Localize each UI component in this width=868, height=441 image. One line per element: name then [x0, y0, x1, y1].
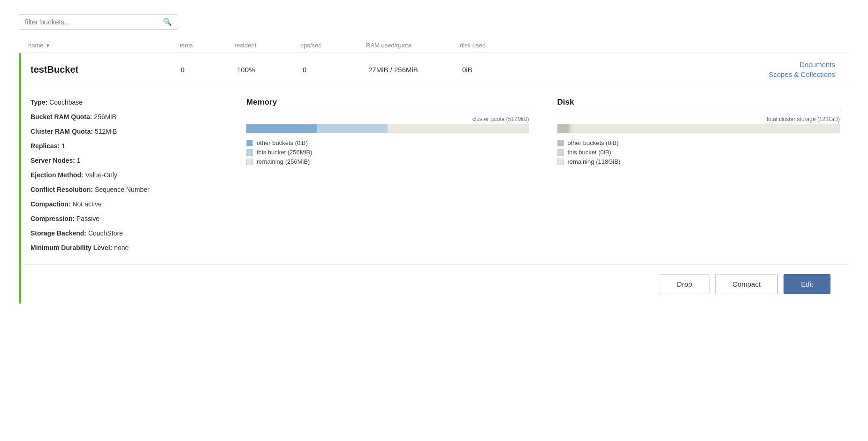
- replicas-value: 1: [61, 142, 65, 150]
- table-header: name ▼ items resident ops/sec RAM used/q…: [19, 38, 849, 53]
- type-value: Couchbase: [49, 99, 83, 106]
- memory-legend-other: other buckets (0iB): [246, 139, 529, 146]
- col-items: items: [178, 42, 235, 49]
- ejection-label: Ejection Method:: [30, 171, 84, 179]
- ejection-row: Ejection Method: Value-Only: [30, 170, 228, 180]
- filter-buckets-input[interactable]: [25, 18, 163, 26]
- drop-button[interactable]: Drop: [660, 274, 710, 294]
- disk-progress-bar: [557, 124, 840, 133]
- memory-legend-remaining: remaining (256MiB): [246, 158, 529, 165]
- disk-chart: Disk total cluster storage (123GiB) othe…: [557, 98, 840, 253]
- disk-legend-other: other buckets (0iB): [557, 139, 840, 146]
- disk-legend-remaining: remaining (118GiB): [557, 158, 840, 165]
- memory-chart-title: Memory: [246, 98, 529, 107]
- disk-chart-title: Disk: [557, 98, 840, 107]
- bucket-ram-label: Bucket RAM Quota:: [30, 113, 92, 121]
- compression-value: Passive: [76, 215, 99, 222]
- disk-swatch-remaining: [557, 159, 564, 165]
- conflict-label: Conflict Resolution:: [30, 186, 93, 193]
- buttons-row: Drop Compact Edit: [21, 264, 849, 304]
- filter-row: 🔍: [19, 14, 849, 30]
- search-icon: 🔍: [163, 17, 172, 26]
- type-label: Type:: [30, 99, 47, 106]
- conflict-value: Sequence Number: [95, 186, 150, 193]
- compact-button[interactable]: Compact: [715, 274, 778, 294]
- bucket-ram-used-quota: 27MiB / 256MiB: [368, 66, 462, 74]
- memory-legend-other-label: other buckets (0iB): [257, 139, 308, 146]
- compression-row: Compression: Passive: [30, 214, 228, 224]
- scopes-collections-link[interactable]: Scopes & Collections: [769, 70, 835, 78]
- disk-legend-this-label: this bucket (0iB): [568, 149, 611, 156]
- conflict-row: Conflict Resolution: Sequence Number: [30, 185, 228, 195]
- server-nodes-row: Server Nodes: 1: [30, 156, 228, 166]
- memory-progress-bar: [246, 124, 529, 133]
- durability-value: none: [114, 244, 129, 251]
- bucket-resident: 100%: [237, 66, 303, 74]
- memory-swatch-other: [246, 140, 253, 146]
- disk-legend-this: this bucket (0iB): [557, 149, 840, 156]
- replicas-label: Replicas:: [30, 142, 60, 150]
- durability-row: Minimum Durability Level: none: [30, 243, 228, 253]
- filter-input-wrap: 🔍: [19, 14, 178, 30]
- memory-chart: Memory cluster quota (512MiB) other buck…: [246, 98, 529, 253]
- disk-legend: other buckets (0iB) this bucket (0iB) re…: [557, 139, 840, 165]
- memory-swatch-this: [246, 149, 253, 156]
- bucket-links: Documents Scopes & Collections: [537, 61, 849, 78]
- col-resident: resident: [235, 42, 300, 49]
- detail-info: Type: Couchbase Bucket RAM Quota: 256MiB…: [30, 98, 228, 253]
- memory-bar-this: [317, 124, 388, 133]
- sort-arrow-icon: ▼: [46, 43, 51, 48]
- col-name[interactable]: name ▼: [28, 42, 178, 49]
- bucket-ops-sec: 0: [303, 66, 368, 74]
- storage-value: CouchStore: [88, 229, 123, 237]
- memory-legend-remaining-label: remaining (256MiB): [257, 158, 310, 165]
- bucket-detail: Type: Couchbase Bucket RAM Quota: 256MiB…: [21, 86, 849, 264]
- memory-legend-this: this bucket (256MiB): [246, 149, 529, 156]
- edit-button[interactable]: Edit: [784, 274, 830, 294]
- disk-legend-remaining-label: remaining (118GiB): [568, 158, 621, 165]
- memory-divider: [246, 111, 529, 111]
- server-nodes-label: Server Nodes:: [30, 157, 75, 164]
- bucket-container: testBucket 0 100% 0 27MiB / 256MiB 0iB D…: [19, 53, 849, 304]
- bucket-items: 0: [181, 66, 237, 74]
- compaction-label: Compaction:: [30, 200, 71, 208]
- disk-quota-label: total cluster storage (123GiB): [557, 116, 840, 122]
- disk-swatch-other: [557, 140, 564, 146]
- disk-bar-other: [557, 124, 569, 133]
- col-disk: disk used: [460, 42, 535, 49]
- col-actions: [535, 42, 849, 49]
- cluster-ram-value: 512MiB: [95, 128, 117, 135]
- cluster-ram-label: Cluster RAM Quota:: [30, 128, 93, 135]
- col-name-label: name: [28, 42, 44, 49]
- compaction-value: Not active: [72, 200, 101, 208]
- memory-legend: other buckets (0iB) this bucket (256MiB)…: [246, 139, 529, 165]
- bucket-name: testBucket: [30, 64, 181, 75]
- disk-bar-remaining: [571, 124, 840, 133]
- disk-swatch-this: [557, 149, 564, 156]
- col-ops-sec: ops/sec: [300, 42, 366, 49]
- bucket-ram-row: Bucket RAM Quota: 256MiB: [30, 112, 228, 122]
- type-row: Type: Couchbase: [30, 98, 228, 107]
- storage-label: Storage Backend:: [30, 229, 86, 237]
- memory-legend-this-label: this bucket (256MiB): [257, 149, 312, 156]
- memory-bar-remaining: [388, 124, 529, 133]
- col-ram: RAM used/quota: [366, 42, 460, 49]
- durability-label: Minimum Durability Level:: [30, 244, 112, 251]
- server-nodes-value: 1: [77, 157, 81, 164]
- memory-quota-label: cluster quota (512MiB): [246, 116, 529, 122]
- replicas-row: Replicas: 1: [30, 141, 228, 151]
- charts-area: Memory cluster quota (512MiB) other buck…: [228, 98, 840, 253]
- documents-link[interactable]: Documents: [799, 61, 835, 68]
- cluster-ram-row: Cluster RAM Quota: 512MiB: [30, 127, 228, 137]
- disk-divider: [557, 111, 840, 111]
- page-wrapper: 🔍 name ▼ items resident ops/sec RAM used…: [0, 0, 868, 441]
- bucket-summary-row: testBucket 0 100% 0 27MiB / 256MiB 0iB D…: [21, 53, 849, 86]
- storage-row: Storage Backend: CouchStore: [30, 228, 228, 238]
- compaction-row: Compaction: Not active: [30, 199, 228, 209]
- ejection-value: Value-Only: [85, 171, 117, 179]
- bucket-disk-used: 0iB: [462, 66, 537, 74]
- bucket-ram-value: 256MiB: [94, 113, 116, 121]
- disk-legend-other-label: other buckets (0iB): [568, 139, 619, 146]
- memory-swatch-remaining: [246, 159, 253, 165]
- memory-bar-other: [246, 124, 317, 133]
